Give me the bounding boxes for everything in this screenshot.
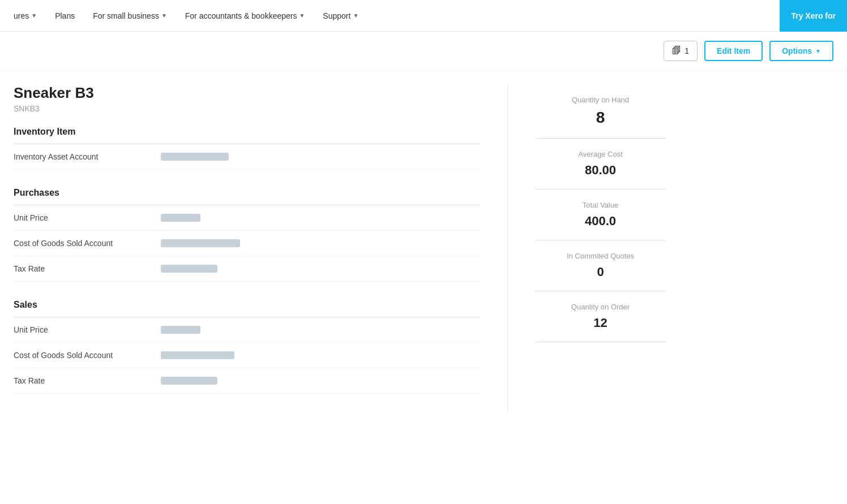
stat-label: In Commited Quotes bbox=[535, 252, 666, 260]
field-value-sales-tax bbox=[161, 377, 217, 385]
nav-features[interactable]: ures ▼ bbox=[14, 11, 37, 20]
field-value-inventory-asset bbox=[161, 153, 229, 161]
inventory-section-title: Inventory Item bbox=[14, 127, 480, 137]
stats-panel: Quantity on Hand 8 Average Cost 80.00 To… bbox=[507, 84, 666, 412]
nav-accountants[interactable]: For accountants & bookkeepers ▼ bbox=[185, 11, 305, 20]
options-button[interactable]: Options ▼ bbox=[769, 41, 833, 61]
stat-commited-quotes: In Commited Quotes 0 bbox=[535, 240, 666, 291]
cta-area: Try Xero for bbox=[780, 0, 847, 32]
field-label-sales-unit-price: Unit Price bbox=[14, 325, 161, 334]
toolbar: 🗐 1 Edit Item Options ▼ bbox=[0, 32, 847, 71]
stat-label: Total Value bbox=[535, 201, 666, 209]
item-code: SNKB3 bbox=[14, 104, 480, 113]
main-content: Sneaker B3 SNKB3 Inventory Item Inventor… bbox=[0, 71, 679, 425]
field-label-purchase-cogs: Cost of Goods Sold Account bbox=[14, 239, 161, 248]
field-label-sales-cogs: Cost of Goods Sold Account bbox=[14, 351, 161, 360]
stat-value: 8 bbox=[535, 109, 666, 127]
nav-support[interactable]: Support ▼ bbox=[323, 11, 358, 20]
sales-section: Sales Unit Price Cost of Goods Sold Acco… bbox=[14, 300, 480, 394]
chevron-down-icon: ▼ bbox=[353, 12, 358, 19]
purchases-section: Purchases Unit Price Cost of Goods Sold … bbox=[14, 188, 480, 282]
chevron-down-icon: ▼ bbox=[31, 12, 37, 19]
nav-small-business[interactable]: For small business ▼ bbox=[93, 11, 167, 20]
field-value-purchase-cogs bbox=[161, 239, 240, 247]
table-row: Tax Rate bbox=[14, 368, 480, 394]
table-row: Unit Price bbox=[14, 317, 480, 343]
field-label-sales-tax: Tax Rate bbox=[14, 376, 161, 385]
copy-icon: 🗐 bbox=[672, 46, 681, 56]
stat-label: Average Cost bbox=[535, 150, 666, 158]
stat-quantity-on-order: Quantity on Order 12 bbox=[535, 291, 666, 342]
try-xero-button[interactable]: Try Xero for bbox=[780, 0, 847, 32]
stat-label: Quantity on Hand bbox=[535, 96, 666, 104]
field-value-sales-unit-price bbox=[161, 326, 200, 334]
stat-total-value: Total Value 400.0 bbox=[535, 189, 666, 240]
table-row: Inventory Asset Account bbox=[14, 144, 480, 170]
field-label-purchase-tax: Tax Rate bbox=[14, 264, 161, 273]
sales-section-title: Sales bbox=[14, 300, 480, 310]
stat-value: 400.0 bbox=[535, 214, 666, 229]
stat-label: Quantity on Order bbox=[535, 303, 666, 311]
stat-average-cost: Average Cost 80.00 bbox=[535, 139, 666, 189]
item-name: Sneaker B3 bbox=[14, 84, 480, 102]
edit-item-button[interactable]: Edit Item bbox=[704, 41, 763, 61]
stat-quantity-on-hand: Quantity on Hand 8 bbox=[535, 84, 666, 139]
chevron-down-icon: ▼ bbox=[161, 12, 167, 19]
field-value-purchase-tax bbox=[161, 265, 217, 273]
field-label-purchase-unit-price: Unit Price bbox=[14, 213, 161, 222]
chevron-down-icon: ▼ bbox=[815, 48, 821, 54]
copy-button[interactable]: 🗐 1 bbox=[664, 41, 698, 61]
field-label-inventory-asset: Inventory Asset Account bbox=[14, 152, 161, 161]
nav-plans[interactable]: Plans bbox=[55, 11, 75, 20]
field-value-purchase-unit-price bbox=[161, 214, 200, 222]
stat-value: 0 bbox=[535, 265, 666, 279]
navbar: ures ▼ Plans For small business ▼ For ac… bbox=[0, 0, 847, 32]
stat-value: 80.00 bbox=[535, 163, 666, 178]
stat-value: 12 bbox=[535, 316, 666, 330]
inventory-section: Inventory Item Inventory Asset Account bbox=[14, 127, 480, 170]
item-details-panel: Sneaker B3 SNKB3 Inventory Item Inventor… bbox=[14, 84, 507, 412]
table-row: Cost of Goods Sold Account bbox=[14, 343, 480, 368]
table-row: Unit Price bbox=[14, 205, 480, 231]
table-row: Tax Rate bbox=[14, 256, 480, 282]
purchases-section-title: Purchases bbox=[14, 188, 480, 198]
chevron-down-icon: ▼ bbox=[299, 12, 305, 19]
field-value-sales-cogs bbox=[161, 351, 234, 359]
table-row: Cost of Goods Sold Account bbox=[14, 231, 480, 256]
